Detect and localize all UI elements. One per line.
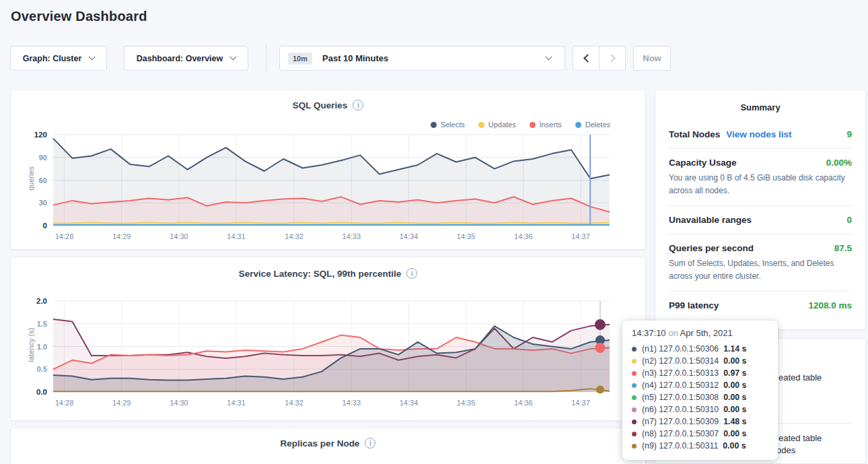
controls-divider — [266, 44, 266, 71]
dashboard-dropdown-label: Dashboard: Overview — [137, 54, 223, 63]
svg-text:14:31: 14:31 — [227, 399, 246, 407]
series-dot-icon — [632, 359, 637, 364]
summary-rows: Total NodesView nodes list9Capacity Usag… — [669, 121, 852, 319]
chevron-down-icon — [230, 54, 237, 61]
summary-row-label: P99 latency — [669, 300, 719, 310]
chart-title: SQL Queries — [293, 100, 348, 110]
tooltip-row: (n6) 127.0.0.1:503100.00 s — [632, 403, 768, 416]
svg-text:14:36: 14:36 — [514, 399, 533, 407]
tooltip-row: (n1) 127.0.0.1:503061.14 s — [632, 343, 768, 355]
tooltip-node-label: (n1) 127.0.0.1:50306 — [642, 344, 719, 354]
series-dot-icon — [632, 371, 637, 376]
tooltip-node-label: (n2) 127.0.0.1:50314 — [642, 356, 719, 366]
svg-text:14:29: 14:29 — [112, 399, 131, 407]
svg-text:60: 60 — [39, 176, 47, 185]
series-dot-icon — [632, 432, 637, 436]
time-prev-button[interactable] — [573, 46, 600, 71]
svg-text:14:29: 14:29 — [112, 232, 131, 240]
summary-row: Capacity Usage0.00%You are using 0 B of … — [669, 149, 852, 205]
tooltip-row: (n2) 127.0.0.1:503140.00 s — [632, 355, 768, 367]
sql-queries-chart[interactable]: 14:2814:2914:3014:3114:3214:3314:3414:35… — [11, 127, 616, 249]
tooltip-date: Apr 5th, 2021 — [680, 328, 733, 338]
series-dot-icon — [632, 407, 637, 412]
svg-text:14:28: 14:28 — [55, 232, 74, 240]
summary-row: Total NodesView nodes list9 — [669, 121, 852, 148]
summary-row-label: Queries per second — [669, 243, 754, 253]
tooltip-row: (n5) 127.0.0.1:503080.00 s — [632, 391, 768, 403]
chart-canvas: 14:2814:2914:3014:3114:3214:3314:3414:35… — [11, 293, 616, 413]
tooltip-node-label: (n9) 127.0.0.1:50311 — [642, 441, 718, 451]
svg-text:0: 0 — [43, 222, 47, 230]
tooltip-node-value: 0.00 s — [723, 405, 746, 414]
info-icon[interactable]: i — [353, 100, 363, 110]
chevron-down-icon — [546, 54, 552, 61]
summary-card: Summary Total NodesView nodes list9Capac… — [655, 90, 866, 330]
page-title: Overview Dashboard — [11, 9, 147, 24]
summary-row-value: 0 — [846, 215, 852, 225]
time-range-label: Past 10 Minutes — [322, 53, 388, 63]
svg-text:14:35: 14:35 — [457, 232, 476, 240]
time-range-dropdown[interactable]: 10m Past 10 Minutes — [279, 46, 565, 71]
tooltip-node-label: (n4) 127.0.0.1:50312 — [642, 380, 719, 390]
svg-text:0.0: 0.0 — [36, 388, 47, 396]
tooltip-node-label: (n3) 127.0.0.1:50313 — [642, 368, 719, 378]
svg-text:0.5: 0.5 — [37, 365, 47, 373]
tooltip-node-label: (n8) 127.0.0.1:50307 — [642, 429, 719, 438]
chart-title-row: Replicas per Node i — [11, 438, 645, 449]
graph-dropdown-label: Graph: Cluster — [23, 54, 82, 63]
svg-text:90: 90 — [39, 154, 47, 162]
tooltip-node-label: (n6) 127.0.0.1:50310 — [642, 405, 719, 414]
tooltip-time: 14:37:10 — [632, 328, 666, 338]
time-range-badge: 10m — [288, 53, 312, 65]
summary-row: Unavailable ranges0 — [669, 206, 852, 234]
tooltip-node-value: 0.97 s — [723, 368, 746, 378]
info-icon[interactable]: i — [406, 268, 417, 279]
svg-text:14:37: 14:37 — [571, 399, 590, 407]
tooltip-node-value: 0.00 s — [723, 441, 746, 451]
tooltip-header: 14:37:10 on Apr 5th, 2021 — [632, 328, 768, 338]
svg-text:14:30: 14:30 — [170, 232, 188, 240]
event-text-fragment: eated table — [779, 433, 822, 443]
tooltip-node-value: 0.00 s — [723, 380, 746, 390]
now-button[interactable]: Now — [633, 46, 671, 71]
svg-text:1.5: 1.5 — [37, 320, 47, 328]
tooltip-row: (n8) 127.0.0.1:503070.00 s — [632, 428, 768, 440]
event-text-fragment: odes — [776, 445, 795, 455]
summary-row-label: Total Nodes — [669, 129, 720, 139]
svg-text:14:34: 14:34 — [400, 232, 419, 240]
service-latency-chart[interactable]: 14:2814:2914:3014:3114:3214:3314:3414:35… — [11, 293, 616, 416]
summary-row-subtext: Sum of Selects, Updates, Inserts, and De… — [669, 257, 852, 282]
tooltip-node-value: 0.00 s — [723, 429, 746, 438]
graph-dropdown[interactable]: Graph: Cluster — [10, 46, 107, 71]
svg-text:14:35: 14:35 — [457, 399, 476, 407]
series-dot-icon — [632, 395, 637, 400]
time-next-button[interactable] — [599, 46, 626, 71]
summary-row-value: 9 — [846, 129, 852, 139]
svg-text:14:28: 14:28 — [55, 399, 74, 407]
replicas-per-node-card: Replicas per Node i — [10, 428, 646, 464]
service-latency-card: Service Latency: SQL, 99th percentile i … — [10, 257, 646, 421]
summary-row-label: Capacity Usage — [669, 158, 737, 168]
event-text-fragment: eated table — [779, 372, 822, 383]
chart-tooltip: 14:37:10 on Apr 5th, 2021 (n1) 127.0.0.1… — [622, 321, 778, 460]
svg-text:14:34: 14:34 — [400, 399, 419, 407]
svg-text:14:36: 14:36 — [514, 232, 533, 240]
summary-row: P99 latency1208.0 ms — [669, 292, 852, 319]
tooltip-row: (n4) 127.0.0.1:503120.00 s — [632, 379, 768, 391]
info-icon[interactable]: i — [365, 438, 375, 449]
tooltip-node-label: (n7) 127.0.0.1:50309 — [642, 417, 719, 426]
series-dot-icon — [632, 347, 637, 352]
view-nodes-link[interactable]: View nodes list — [726, 129, 791, 139]
now-button-label: Now — [643, 53, 661, 63]
series-dot-icon — [632, 383, 637, 388]
tooltip-node-value: 1.14 s — [723, 344, 746, 354]
chart-canvas: 14:2814:2914:3014:3114:3214:3314:3414:35… — [11, 127, 616, 246]
summary-row-label: Unavailable ranges — [669, 215, 752, 225]
overview-dashboard-page: Overview Dashboard Graph: Cluster Dashbo… — [0, 0, 868, 464]
svg-text:14:31: 14:31 — [227, 232, 246, 240]
dashboard-dropdown[interactable]: Dashboard: Overview — [124, 46, 248, 71]
svg-text:14:33: 14:33 — [342, 232, 361, 240]
summary-row-subtext: You are using 0 B of 4.5 GiB usable disk… — [669, 172, 852, 197]
summary-row-value: 1208.0 ms — [808, 300, 852, 310]
chart-title-row: SQL Queries i — [11, 100, 645, 110]
